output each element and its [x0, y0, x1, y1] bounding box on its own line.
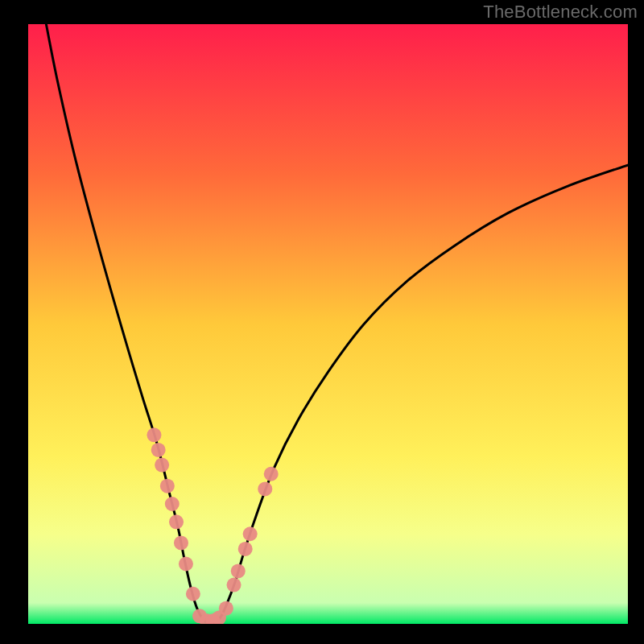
data-marker [169, 514, 184, 529]
data-marker [243, 526, 258, 541]
watermark-text: TheBottleneck.com [483, 2, 638, 23]
data-marker [174, 535, 188, 550]
chart-container: TheBottleneck.com [0, 0, 644, 644]
data-marker [231, 564, 246, 578]
plot-background [28, 24, 628, 624]
data-marker [155, 458, 169, 473]
data-marker [227, 578, 242, 592]
data-marker [147, 427, 161, 442]
bottleneck-chart [0, 0, 644, 644]
data-marker [258, 481, 272, 496]
data-marker [160, 479, 175, 493]
data-marker [165, 497, 180, 511]
data-marker [151, 443, 166, 457]
data-marker [264, 467, 279, 481]
data-marker [219, 601, 233, 616]
data-marker [238, 542, 253, 556]
data-marker [186, 587, 200, 601]
data-marker [179, 557, 193, 572]
